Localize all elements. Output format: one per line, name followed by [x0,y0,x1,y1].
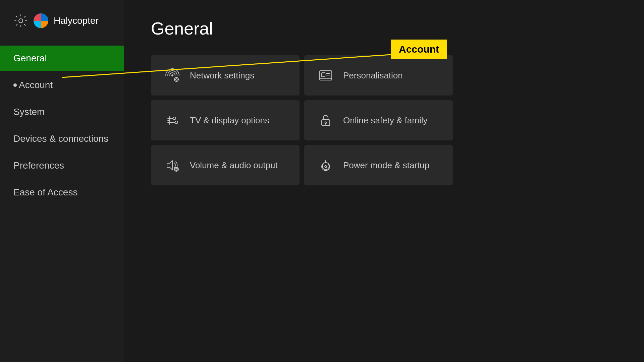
volume-icon [164,157,180,173]
lock-icon [318,112,334,128]
sidebar-item-ease[interactable]: Ease of Access [0,180,124,205]
svg-point-28 [325,166,327,168]
tile-tv-display[interactable]: TV & display options [151,100,300,140]
network-icon [164,67,180,83]
tile-network[interactable]: Network settings [151,55,300,96]
sidebar-item-preferences[interactable]: Preferences [0,153,124,178]
sidebar-item-general[interactable]: General [0,46,124,71]
avatar [34,13,48,28]
sidebar-item-devices[interactable]: Devices & connections [0,126,124,152]
tile-personalisation-label: Personalisation [343,70,403,81]
page-title: General [151,18,617,39]
svg-point-2 [174,77,178,81]
account-dot-indicator [13,83,17,87]
tile-network-label: Network settings [190,70,254,81]
gear-icon [13,13,28,28]
svg-rect-10 [322,73,325,77]
username: Halycopter [54,15,99,26]
sidebar-header: Halycopter [0,13,124,45]
svg-point-18 [175,121,178,124]
tile-online-safety-label: Online safety & family [343,115,427,126]
main-content: General Network settings [124,0,644,362]
tv-display-icon [164,112,180,128]
sidebar-item-account[interactable]: Account [0,72,124,98]
svg-rect-21 [322,120,330,126]
tile-tv-display-label: TV & display options [190,115,269,126]
tile-power-label: Power mode & startup [343,160,429,171]
sidebar: Halycopter General Account System Device… [0,0,124,362]
svg-marker-24 [167,161,172,170]
svg-point-1 [171,74,173,76]
tile-power[interactable]: Power mode & startup [304,145,453,185]
personalisation-icon [318,67,334,83]
tile-online-safety[interactable]: Online safety & family [304,100,453,140]
settings-grid: Network settings Personalisation [151,55,453,185]
tile-volume[interactable]: Volume & audio output [151,145,300,185]
svg-point-17 [173,117,176,120]
tile-volume-label: Volume & audio output [190,160,278,171]
sidebar-item-system[interactable]: System [0,99,124,125]
svg-point-0 [19,19,23,23]
power-icon [318,157,334,173]
tile-personalisation[interactable]: Personalisation [304,55,453,96]
